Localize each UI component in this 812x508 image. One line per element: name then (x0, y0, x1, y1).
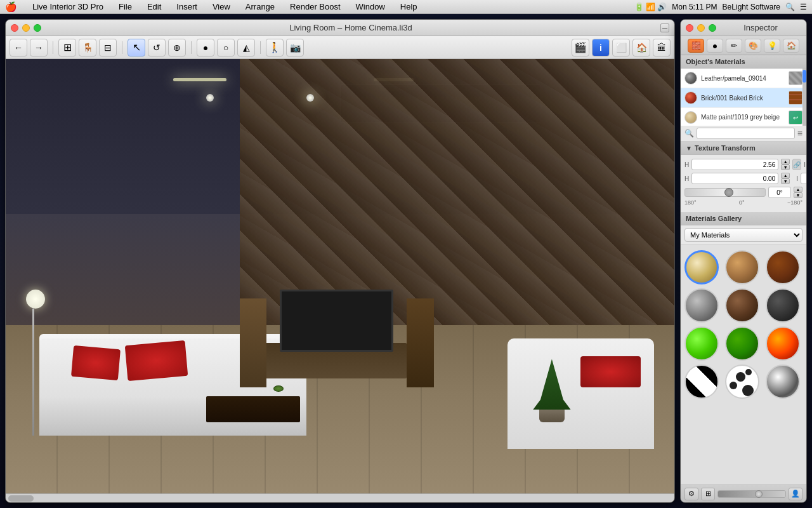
gallery-item-brown[interactable] (725, 288, 759, 323)
tab-paint[interactable]: ✏ (726, 39, 742, 53)
floor-plan-button[interactable]: ⊞ (58, 39, 76, 57)
menu-edit[interactable]: Edit (145, 2, 164, 11)
rotation-input[interactable] (768, 187, 791, 198)
camera-tool[interactable]: 📷 (286, 39, 304, 57)
menu-window[interactable]: Window (353, 2, 388, 11)
gallery-item-beige[interactable] (684, 250, 719, 284)
viewport-scrollbar[interactable] (6, 493, 674, 502)
gallery-item-metal[interactable] (684, 288, 719, 323)
tab-texture[interactable]: 🎨 (745, 39, 761, 53)
material-item-brick[interactable]: Brick/001 Baked Brick (681, 88, 806, 108)
gallery-dropdown[interactable]: My Materials All Materials Standard (684, 228, 802, 242)
view-exterior-button[interactable]: 🏛 (653, 39, 671, 57)
menu-render[interactable]: Render Boost (287, 2, 343, 11)
tx-width-down[interactable]: ▼ (781, 164, 790, 170)
tx-height-label: I (804, 161, 806, 168)
footer-zoom-thumb[interactable] (755, 490, 763, 498)
gallery-item-zebra[interactable] (684, 364, 719, 399)
resize-button[interactable]: — (660, 23, 669, 32)
gallery-item-chrome[interactable] (766, 364, 800, 399)
inspector-close[interactable] (686, 24, 693, 32)
minimize-button[interactable] (22, 24, 30, 32)
view-home-button[interactable]: 🏠 (632, 39, 650, 57)
tx-link-icon[interactable]: 🔗 (792, 159, 801, 170)
sphere-tool[interactable]: ● (197, 39, 214, 57)
cone-tool[interactable]: ◭ (237, 39, 255, 57)
bowl (273, 385, 284, 392)
menu-file[interactable]: File (116, 2, 134, 11)
toolbar: ← → ⊞ 🪑 ⊟ ↖ ↺ ⊕ ● ○ ◭ 🚶 📷 🎬 i ⬜ 🏠 🏛 (6, 36, 674, 59)
rotation-slider[interactable] (684, 188, 766, 197)
view-2d-button[interactable]: ⬜ (612, 39, 630, 57)
inspector-zoom[interactable] (709, 24, 716, 32)
nav-back-button[interactable]: ← (10, 39, 27, 57)
list-options-icon[interactable]: ≡ (797, 128, 802, 138)
materials-scrollbar[interactable] (802, 69, 806, 126)
render-icon[interactable]: 🎬 (572, 39, 589, 57)
material-search-input[interactable] (697, 128, 795, 139)
tab-materials[interactable]: 🧱 (688, 39, 704, 53)
menu-arrange[interactable]: Arrange (243, 2, 277, 11)
footer-settings-button[interactable]: ⚙ (684, 488, 698, 500)
menu-help[interactable]: Help (398, 2, 420, 11)
fullscreen-button[interactable] (34, 24, 41, 32)
tx-offset-row: H ▲ ▼ I ▲ ▼ (684, 173, 802, 184)
inspector-minimize[interactable] (697, 24, 705, 32)
system-icons: 🔋 📶 🔊 (634, 3, 667, 11)
texture-transform-label: Texture Transform (695, 144, 756, 152)
close-button[interactable] (11, 24, 18, 32)
rotation-down[interactable]: ▼ (794, 192, 802, 198)
menu-insert[interactable]: Insert (174, 2, 200, 11)
menu-view[interactable]: View (210, 2, 233, 11)
scroll-thumb[interactable] (8, 495, 34, 502)
rotation-labels: 180° 0° −180° (684, 199, 802, 208)
tx-ty-input[interactable] (801, 173, 806, 184)
materials-scroll-thumb[interactable] (802, 70, 806, 83)
rotation-up[interactable]: ▲ (794, 187, 802, 192)
select-tool[interactable]: ↖ (128, 39, 145, 57)
tab-room[interactable]: 🏠 (783, 39, 799, 53)
move-tool[interactable]: ⊕ (168, 39, 186, 57)
gallery-item-fire[interactable] (766, 326, 800, 361)
rotation-thumb[interactable] (724, 188, 733, 197)
viewport-content[interactable] (6, 59, 674, 502)
material-item-paint[interactable]: Matte paint/1019 grey beige ↩ (681, 108, 806, 126)
gallery-item-green-bright[interactable] (684, 326, 719, 361)
toolbar-sep-2 (122, 41, 122, 54)
tab-object[interactable]: ● (707, 39, 723, 53)
material-swatch-leather (684, 72, 697, 84)
material-item-leather[interactable]: Leather/pamela_09014 (681, 69, 806, 88)
gallery-item-wood-light[interactable] (725, 250, 759, 284)
footer-person-button[interactable]: 👤 (789, 488, 802, 500)
nav-forward-button[interactable]: → (30, 39, 48, 57)
speaker-right (407, 298, 433, 387)
gallery-item-spots[interactable] (725, 364, 759, 399)
gallery-item-green-dark[interactable] (725, 326, 759, 361)
menu-icon[interactable]: ☰ (800, 3, 807, 11)
orbit-tool[interactable]: ↺ (148, 39, 166, 57)
tx-width-up[interactable]: ▲ (781, 159, 790, 164)
tx-width-input[interactable] (691, 159, 778, 170)
gallery-item-dark[interactable] (766, 288, 800, 323)
info-button[interactable]: i (592, 39, 610, 57)
walk-tool[interactable]: 🚶 (266, 39, 284, 57)
search-icon[interactable]: 🔍 (785, 3, 795, 11)
tx-tx-up[interactable]: ▲ (781, 173, 790, 178)
ring-tool[interactable]: ○ (217, 39, 235, 57)
gallery-item-wood-red[interactable] (766, 250, 800, 284)
tx-tx-down[interactable]: ▼ (781, 178, 790, 184)
material-thumb-leather (789, 71, 802, 85)
objects-materials-label: Object's Materials (686, 58, 745, 65)
tab-light[interactable]: 💡 (764, 39, 780, 53)
search-icon: 🔍 (684, 129, 694, 138)
menu-app[interactable]: Live Interior 3D Pro (30, 2, 106, 11)
footer-zoom-slider[interactable] (717, 490, 786, 498)
sofa-button[interactable]: 🪑 (79, 39, 96, 57)
footer-grid-button[interactable]: ⊞ (701, 488, 715, 500)
rotation-row: ▲ ▼ (684, 187, 802, 198)
tx-tx-input[interactable] (691, 173, 778, 184)
material-name-brick: Brick/001 Baked Brick (701, 95, 785, 102)
grid-button[interactable]: ⊟ (99, 39, 117, 57)
apple-menu[interactable]: 🍎 (5, 1, 17, 13)
plant (530, 359, 574, 422)
